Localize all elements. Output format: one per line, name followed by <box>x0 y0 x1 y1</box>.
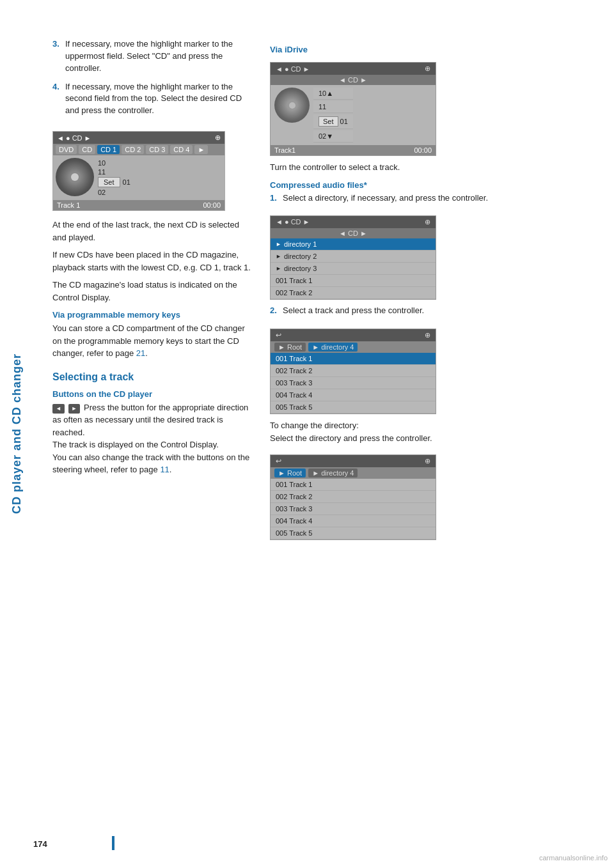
tab-cd3: CD 3 <box>146 145 168 154</box>
track-num-11: 11 <box>98 168 106 176</box>
track-row-005: 005 Track 5 <box>271 401 436 414</box>
dir-row-1: ► directory 1 <box>271 238 436 251</box>
track-002-label: 002 Track 2 <box>276 367 312 375</box>
track-back-icon: ↩ <box>276 331 281 339</box>
compressed-title: Compressed audio files* <box>270 180 595 190</box>
idrive-topbar-left: ◄ ● CD ► <box>276 65 310 73</box>
sidebar-label: CD player and CD changer <box>10 353 24 514</box>
buttons-text: ◄ ► Press the button for the appropriate… <box>52 401 251 476</box>
idrive-topbar-right: ⊕ <box>425 65 430 73</box>
cd-player-display-1: ◄ ● CD ► ⊕ DVD CD CD 1 CD 2 CD 3 CD 4 ► <box>52 131 225 211</box>
track-topbar-1: ↩ ⊕ <box>271 329 436 341</box>
dir-cd-label: ◄ CD ► <box>339 229 367 237</box>
track-num-02: 02 <box>98 189 106 196</box>
step-3-text: If necessary, move the highlight marker … <box>65 38 251 75</box>
idrive-track-10: 10▲ <box>313 88 353 100</box>
sidebar: CD player and CD changer <box>0 0 33 868</box>
track2-002-label: 002 Track 2 <box>276 493 312 500</box>
via-prog-text: You can store a CD compartment of the CD… <box>52 322 251 360</box>
track2-back-icon: ↩ <box>276 457 281 465</box>
selecting-track-title: Selecting a track <box>52 371 251 383</box>
track2-topbar-right: ⊕ <box>425 457 430 465</box>
idrive-ui-screenshot: ◄ ● CD ► ⊕ ◄ CD ► 10▲ 11 <box>270 57 436 161</box>
idrive-instruction: Turn the controller to select a track. <box>270 161 595 174</box>
track-004-label: 004 Track 4 <box>276 391 312 399</box>
body-text-3: The CD magazine's load status is indicat… <box>52 279 251 304</box>
track-num-01: 01 <box>123 178 130 186</box>
tab-cd2: CD 2 <box>122 145 144 154</box>
right-column: Via iDrive ◄ ● CD ► ⊕ ◄ CD ► 10▲ <box>270 38 595 545</box>
track-breadcrumb-2: ► Root ► directory 4 <box>271 467 436 479</box>
cd-topbar-1: ◄ ● CD ► ⊕ <box>53 132 224 144</box>
track2-row-001: 001 Track 1 <box>271 479 436 491</box>
watermark: carmanualsonline.info <box>539 854 608 862</box>
buttons-title: Buttons on the CD player <box>52 389 251 399</box>
track2-row-004: 004 Track 4 <box>271 515 436 527</box>
track-list-display-2: ↩ ⊕ ► Root ► directory 4 001 Track 1 002… <box>270 454 436 540</box>
compressed-step-1-num: 1. <box>270 192 279 205</box>
track2-row-005: 005 Track 5 <box>271 527 436 539</box>
track-row-003: 003 Track 3 <box>271 377 436 389</box>
dir-topbar-right: ⊕ <box>425 218 430 226</box>
dir-track-001: 001 Track 1 <box>276 277 312 284</box>
compressed-step-1-text: Select a directory, if necessary, and pr… <box>283 192 488 205</box>
tab-cd: CD <box>79 145 95 154</box>
compressed-step-2: 2. Select a track and press the controll… <box>270 305 595 317</box>
idrive-disc <box>274 88 310 123</box>
idrive-track-set: Set 01 <box>313 114 353 129</box>
idrive-display: ◄ ● CD ► ⊕ ◄ CD ► 10▲ 11 <box>270 62 436 156</box>
idrive-track-11: 11 <box>313 101 353 113</box>
dir-row-track1: 001 Track 1 <box>271 275 436 287</box>
step-4: 4. If necessary, move the highlight mark… <box>52 81 251 118</box>
track-row-11: 11 <box>98 168 130 176</box>
cd-body-1: 10 11 Set 01 02 <box>53 155 224 200</box>
breadcrumb2-dir4: ► directory 4 <box>308 469 358 477</box>
page-bar-decoration <box>112 836 114 850</box>
idrive-track-01: 01 <box>340 118 348 125</box>
dir-row-3: ► directory 3 <box>271 263 436 275</box>
idrive-topbar: ◄ ● CD ► ⊕ <box>271 63 436 75</box>
dir-label-3: directory 3 <box>284 265 317 272</box>
track-row-002: 002 Track 2 <box>271 365 436 377</box>
cd-topbar-right: ⊕ <box>215 134 221 142</box>
track-005-label: 005 Track 5 <box>276 403 312 411</box>
dir-arrow-3: ► <box>276 265 281 272</box>
cd-footer-1: Track 1 00:00 <box>53 200 224 210</box>
dir-arrow-2: ► <box>276 253 281 260</box>
idrive-body: 10▲ 11 Set 01 02▼ <box>271 85 436 145</box>
page-link-11[interactable]: 11 <box>160 465 169 474</box>
track2-004-label: 004 Track 4 <box>276 517 312 525</box>
body-text-1: At the end of the last track, the next C… <box>52 219 251 244</box>
track-topbar-right: ⊕ <box>425 331 430 339</box>
step-4-text: If necessary, move the highlight marker … <box>65 81 251 118</box>
track2-003-label: 003 Track 3 <box>276 505 312 513</box>
track2-row-002: 002 Track 2 <box>271 491 436 503</box>
left-column: 3. If necessary, move the highlight mark… <box>52 38 251 545</box>
track-list-ui-2-screenshot: ↩ ⊕ ► Root ► directory 4 001 Track 1 002… <box>270 449 436 545</box>
cd-ui-screenshot-1: ◄ ● CD ► ⊕ DVD CD CD 1 CD 2 CD 3 CD 4 ► <box>52 123 225 219</box>
page-link-21[interactable]: 21 <box>136 348 145 358</box>
via-idrive-title: Via iDrive <box>270 45 595 54</box>
step-3: 3. If necessary, move the highlight mark… <box>52 38 251 75</box>
dir-row-2: ► directory 2 <box>271 251 436 263</box>
change-dir-text: To change the directory:Select the direc… <box>270 419 595 444</box>
main-content: 3. If necessary, move the highlight mark… <box>33 0 614 571</box>
cd-tracks-display: 10 11 Set 01 02 <box>98 158 130 198</box>
tab-cd1: CD 1 <box>97 145 120 154</box>
dir-label-2: directory 2 <box>284 252 317 260</box>
dir-topbar: ◄ ● CD ► ⊕ <box>271 216 436 228</box>
cd-tabbar: DVD CD CD 1 CD 2 CD 3 CD 4 ► <box>53 144 224 155</box>
track-row-set: Set 01 <box>98 177 130 187</box>
set-label: Set <box>98 177 120 187</box>
dir-arrow-1: ► <box>276 241 281 247</box>
track-row-02: 02 <box>98 189 130 196</box>
next-button-icon: ► <box>68 404 81 414</box>
cd-time: 00:00 <box>203 201 221 209</box>
dir-label-1: directory 1 <box>284 240 317 248</box>
idrive-track-nums: 10▲ 11 Set 01 02▼ <box>313 88 353 143</box>
directory-display: ◄ ● CD ► ⊕ ◄ CD ► ► directory 1 ► direct… <box>270 215 436 300</box>
track-list-display-1: ↩ ⊕ ► Root ► directory 4 001 Track 1 002… <box>270 329 436 414</box>
dir-topbar-left: ◄ ● CD ► <box>276 218 310 226</box>
track2-row-003: 003 Track 3 <box>271 503 436 515</box>
track-breadcrumb-1: ► Root ► directory 4 <box>271 341 436 353</box>
